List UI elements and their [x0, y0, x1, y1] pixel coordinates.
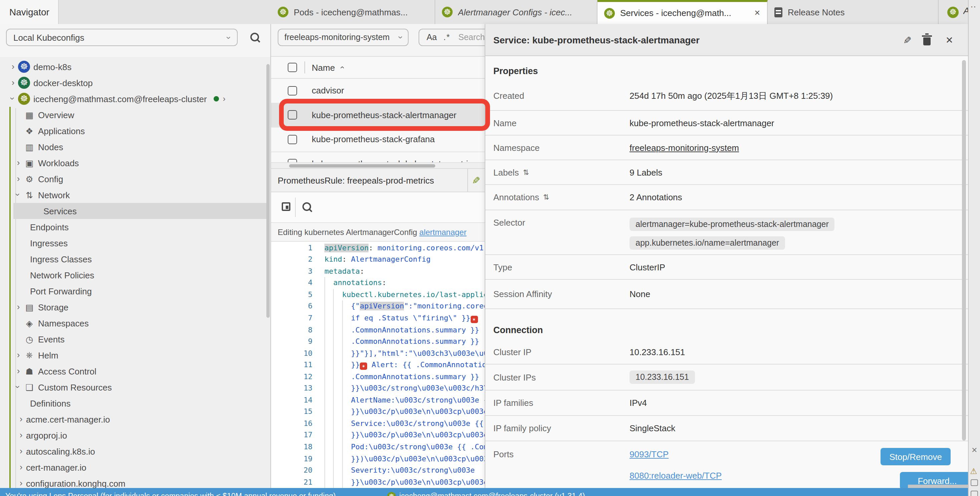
kubeconfig-select[interactable]: Local Kubeconfigs ›: [6, 29, 238, 46]
cluster-ips-badge[interactable]: 10.233.16.151: [630, 370, 695, 384]
sidebar-item-namespaces[interactable]: ◈Namespaces: [0, 315, 266, 331]
sidebar-item-label: Overview: [38, 110, 74, 120]
sidebar-item-label: acme.cert-manager.io: [26, 414, 110, 424]
divider: [295, 197, 296, 217]
edit-icon[interactable]: ✎: [901, 36, 913, 44]
sidebar-item-storage[interactable]: ›▤Storage: [0, 299, 266, 315]
chevron-right-icon[interactable]: ›: [8, 62, 18, 72]
sidebar-item-custom-resources[interactable]: ›❑Custom Resources: [0, 379, 266, 395]
sidebar-item-label: Storage: [38, 302, 68, 312]
editing-resource-link[interactable]: alertmanager: [419, 227, 466, 237]
namespace-link[interactable]: freeleaps-monitoring-system: [630, 143, 739, 153]
expand-toggle-icon[interactable]: ⇅: [543, 193, 549, 202]
sidebar-item-applications[interactable]: ❖Applications: [0, 123, 266, 139]
code-token: Alert: {{ .CommonAnnotations: [367, 361, 495, 369]
port-link[interactable]: 8080:reloader-web/TCP: [630, 471, 722, 481]
selector-badge[interactable]: alertmanager=kube-prometheus-stack-alert…: [630, 218, 835, 231]
window-icon[interactable]: [970, 491, 978, 496]
port-links: 9093/TCP 8080:reloader-web/TCP: [630, 449, 722, 481]
chevron-right-icon[interactable]: ›: [16, 463, 26, 472]
sidebar-item-config[interactable]: ›⚙Config: [0, 171, 266, 187]
chevron-right-icon[interactable]: ›: [16, 431, 26, 440]
chevron-right-icon[interactable]: ›: [13, 302, 23, 312]
drawer-horizontal-scrollbar[interactable]: [908, 485, 968, 488]
sidebar-item-label: Services: [43, 206, 77, 216]
row-checkbox[interactable]: [288, 86, 297, 95]
cluster-status[interactable]: ☸ icecheng@mathmast.com@freeleaps-cluste…: [387, 492, 585, 496]
sidebar-item-helm[interactable]: ›⎈Helm: [0, 347, 266, 363]
sidebar-item-network[interactable]: ›⇅Network: [0, 187, 266, 203]
tab-alertmanager-configs[interactable]: ☸Alertmanager Configs - icec...: [435, 0, 598, 24]
search-icon[interactable]: [302, 202, 311, 211]
tab-pods-icecheng-mathma[interactable]: ☸Pods - icecheng@mathmas...: [271, 0, 435, 24]
sidebar-item-endpoints[interactable]: Endpoints: [0, 219, 266, 235]
tab-services-icecheng-ma[interactable]: ☸Services - icecheng@math...✕: [598, 0, 768, 24]
sidebar-item-cert-manager-io[interactable]: ›cert-manager.io: [0, 459, 266, 475]
sidebar-item-ingresses[interactable]: Ingresses: [0, 235, 266, 251]
type-row: Type ClusterIP: [485, 255, 968, 280]
sidebar-item-access-control[interactable]: ›☗Access Control: [0, 363, 266, 379]
kubernetes-icon[interactable]: ☸: [947, 7, 959, 18]
save-icon[interactable]: [282, 202, 290, 211]
session-affinity-value: None: [630, 289, 650, 299]
sort-ascending-icon[interactable]: ›: [337, 66, 346, 69]
sidebar-item-ingress-classes[interactable]: Ingress Classes: [0, 251, 266, 267]
sidebar-item-argoproj-io[interactable]: ›argoproj.io: [0, 427, 266, 443]
chevron-down-icon[interactable]: ›: [8, 94, 18, 103]
sidebar-item-network-policies[interactable]: Network Policies: [0, 267, 266, 283]
sidebar-item-workloads[interactable]: ›▣Workloads: [0, 155, 266, 171]
sidebar-item-overview[interactable]: ▦Overview: [0, 107, 266, 123]
name-column-header[interactable]: Name: [312, 62, 335, 72]
chevron-right-icon[interactable]: ›: [16, 447, 26, 456]
sidebar-item-nodes[interactable]: ▥Nodes: [0, 139, 266, 155]
sidebar-item-icecheng-mathmast-com-freeleaps-cluster[interactable]: ›☸icecheng@mathmast.com@freeleaps-cluste…: [0, 91, 266, 107]
chevron-right-icon[interactable]: ›: [13, 350, 23, 360]
sidebar-toolbar: Local Kubeconfigs ›: [0, 24, 270, 57]
sidebar-item-demo-k8s[interactable]: ›☸demo-k8s: [0, 59, 266, 75]
chevron-right-icon[interactable]: ›: [16, 479, 26, 488]
chevron-right-icon[interactable]: ›: [13, 367, 23, 376]
sidebar-item-events[interactable]: ◷Events: [0, 331, 266, 347]
close-icon[interactable]: ✕: [946, 35, 953, 45]
chevron-down-icon[interactable]: ›: [13, 190, 23, 200]
warning-icon[interactable]: ⚠: [970, 467, 977, 476]
sidebar-item-docker-desktop[interactable]: ›☸docker-desktop: [0, 75, 266, 91]
close-icon[interactable]: ✕: [971, 446, 977, 455]
chevron-right-icon[interactable]: ›: [13, 174, 23, 184]
close-icon[interactable]: ✕: [754, 9, 760, 17]
delete-icon[interactable]: [923, 37, 931, 45]
chevron-right-icon[interactable]: ›: [8, 78, 18, 87]
match-case-icon[interactable]: Aa: [426, 33, 437, 42]
overflow-tab-fragment: A: [963, 5, 968, 16]
sidebar-item-configuration-konghq-com[interactable]: ›configuration.konghq.com: [0, 475, 266, 488]
sidebar-item-port-forwarding[interactable]: Port Forwarding: [0, 283, 266, 299]
sidebar-scrollbar[interactable]: [266, 64, 270, 318]
row-checkbox[interactable]: [288, 159, 297, 162]
sidebar-item-services[interactable]: Services: [13, 203, 266, 219]
tab-release-notes[interactable]: Release Notes: [768, 0, 939, 24]
edit-icon[interactable]: ✎: [469, 176, 482, 184]
drawer-scrollbar[interactable]: [962, 60, 966, 440]
regex-icon[interactable]: .*: [444, 33, 450, 42]
scrollbar-thumb[interactable]: [289, 164, 435, 168]
chevron-right-icon[interactable]: ›: [16, 415, 26, 424]
namespace-select[interactable]: freeleaps-monitoring-system ›: [278, 29, 409, 46]
selector-badge[interactable]: app.kubernetes.io/name=alertmanager: [630, 236, 785, 250]
stop-remove-button[interactable]: Stop/Remove: [881, 448, 951, 465]
line-number: 7: [271, 312, 312, 324]
chevron-down-icon[interactable]: ›: [13, 383, 23, 392]
chevron-right-icon[interactable]: ›: [13, 158, 23, 168]
row-checkbox[interactable]: [288, 135, 297, 144]
window-icon[interactable]: [970, 479, 978, 486]
code-text: }}\u003c/p\u003e\n\u003cp\u003e: [325, 476, 488, 488]
sidebar-item-autoscaling-k8s-io[interactable]: ›autoscaling.k8s.io: [0, 443, 266, 459]
chevron-right-icon[interactable]: ›: [223, 94, 226, 103]
port-link[interactable]: 9093/TCP: [630, 449, 722, 459]
select-all-checkbox[interactable]: [288, 63, 297, 72]
code-token: :: [342, 255, 347, 264]
navigator-panel-tab[interactable]: Navigator: [0, 0, 59, 24]
sidebar-item-acme-cert-manager-io[interactable]: ›acme.cert-manager.io: [0, 411, 266, 427]
expand-toggle-icon[interactable]: ⇅: [523, 168, 529, 176]
search-icon[interactable]: [250, 33, 259, 41]
sidebar-item-definitions[interactable]: Definitions: [0, 395, 266, 411]
